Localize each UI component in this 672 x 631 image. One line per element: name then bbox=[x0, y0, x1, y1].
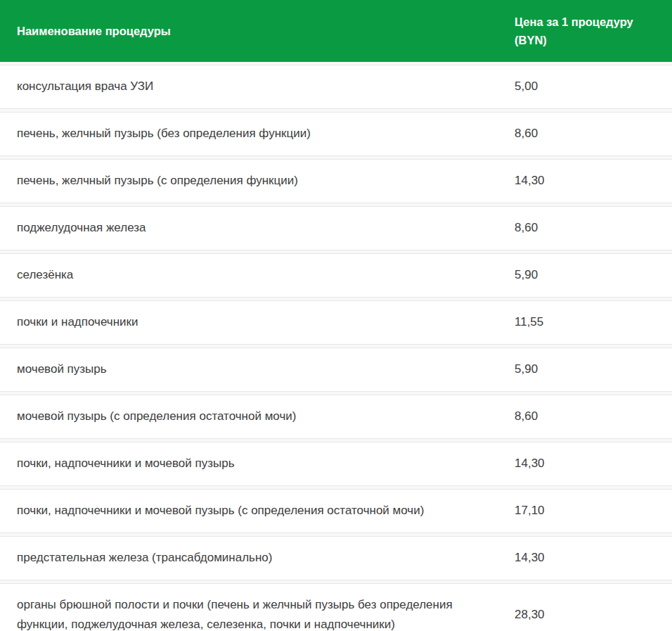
procedure-price-cell: 14,30 bbox=[498, 160, 672, 203]
procedure-name-cell: органы брюшной полости и почки (печень и… bbox=[0, 584, 498, 631]
table-row: печень, желчный пузырь (без определения … bbox=[0, 112, 672, 156]
procedure-price-cell: 8,60 bbox=[498, 395, 672, 438]
procedure-price-cell: 5,00 bbox=[498, 65, 672, 108]
table-row: мочевой пузырь (с определения остаточной… bbox=[0, 395, 672, 439]
procedure-price-cell: 14,30 bbox=[498, 537, 672, 580]
table-row: консультация врача УЗИ 5,00 bbox=[0, 65, 672, 109]
table-row: органы брюшной полости и почки (печень и… bbox=[0, 583, 672, 631]
table-row: селезёнка 5,90 bbox=[0, 253, 672, 298]
price-table: Наименование процедуры Цена за 1 процеду… bbox=[0, 0, 672, 631]
table-header-row: Наименование процедуры Цена за 1 процеду… bbox=[0, 0, 672, 62]
procedure-name-cell: мочевой пузырь (с определения остаточной… bbox=[0, 395, 498, 438]
procedure-name-cell: печень, желчный пузырь (без определения … bbox=[0, 113, 498, 155]
column-header-procedure-name: Наименование процедуры bbox=[0, 22, 498, 40]
procedure-price-cell: 17,10 bbox=[498, 490, 672, 533]
procedure-price-cell: 8,60 bbox=[498, 113, 672, 155]
table-row: мочевой пузырь 5,90 bbox=[0, 348, 672, 392]
procedure-name-cell: почки, надпочечники и мочевой пузырь (с … bbox=[0, 490, 498, 533]
table-row: предстательная железа (трансабдоминально… bbox=[0, 536, 672, 580]
procedure-name-cell: почки, надпочечники и мочевой пузырь bbox=[0, 442, 498, 485]
table-row: почки и надпочечники 11,55 bbox=[0, 300, 672, 345]
procedure-price-cell: 28,30 bbox=[498, 594, 672, 631]
procedure-price-cell: 14,30 bbox=[498, 442, 672, 485]
procedure-name-cell: печень, желчный пузырь (с определения фу… bbox=[0, 160, 498, 203]
procedure-price-cell: 8,60 bbox=[498, 207, 672, 250]
procedure-name-cell: поджелудочная железа bbox=[0, 207, 498, 250]
table-row: почки, надпочечники и мочевой пузырь (с … bbox=[0, 489, 672, 533]
table-body: консультация врача УЗИ 5,00 печень, желч… bbox=[0, 65, 672, 631]
procedure-name-cell: консультация врача УЗИ bbox=[0, 65, 498, 108]
procedure-name-cell: мочевой пузырь bbox=[0, 348, 498, 391]
column-header-price: Цена за 1 процедуру (BYN) bbox=[498, 13, 672, 49]
procedure-price-cell: 5,90 bbox=[498, 254, 672, 297]
procedure-name-cell: селезёнка bbox=[0, 254, 498, 297]
procedure-name-cell: предстательная железа (трансабдоминально… bbox=[0, 537, 498, 580]
procedure-name-cell: почки и надпочечники bbox=[0, 301, 498, 344]
table-row: поджелудочная железа 8,60 bbox=[0, 206, 672, 250]
procedure-price-cell: 11,55 bbox=[498, 301, 672, 344]
procedure-price-cell: 5,90 bbox=[498, 348, 672, 391]
table-row: печень, желчный пузырь (с определения фу… bbox=[0, 159, 672, 203]
table-row: почки, надпочечники и мочевой пузырь 14,… bbox=[0, 442, 672, 486]
